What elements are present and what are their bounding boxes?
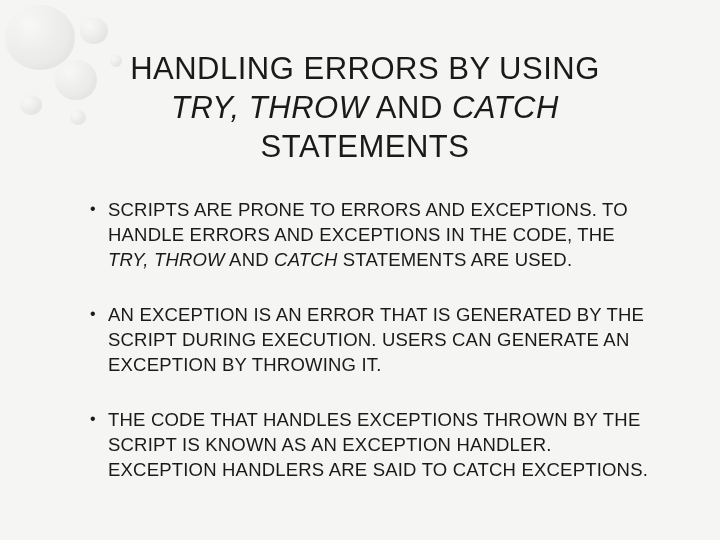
title-and: AND [368,90,451,125]
keyword-try-throw: TRY, THROW [108,249,225,270]
bullet-text: AND [225,249,274,270]
bullet-item: AN EXCEPTION IS AN ERROR THAT IS GENERAT… [90,303,660,378]
title-line1: HANDLING ERRORS BY USING [130,51,600,86]
bullet-text: AN EXCEPTION IS AN ERROR THAT IS GENERAT… [108,304,644,375]
bullet-item: THE CODE THAT HANDLES EXCEPTIONS THROWN … [90,408,660,483]
title-keyword-try-throw: TRY, THROW [171,90,368,125]
slide-title: HANDLING ERRORS BY USING TRY, THROW AND … [70,50,660,166]
slide-container: HANDLING ERRORS BY USING TRY, THROW AND … [0,0,720,540]
bullet-text: THE CODE THAT HANDLES EXCEPTIONS THROWN … [108,409,648,480]
bullet-item: SCRIPTS ARE PRONE TO ERRORS AND EXCEPTIO… [90,198,660,273]
title-line3: STATEMENTS [261,129,470,164]
bullet-text: STATEMENTS ARE USED. [337,249,572,270]
bullet-text: SCRIPTS ARE PRONE TO ERRORS AND EXCEPTIO… [108,199,628,245]
keyword-catch: CATCH [274,249,337,270]
bullet-list: SCRIPTS ARE PRONE TO ERRORS AND EXCEPTIO… [70,198,660,483]
title-keyword-catch: CATCH [452,90,559,125]
